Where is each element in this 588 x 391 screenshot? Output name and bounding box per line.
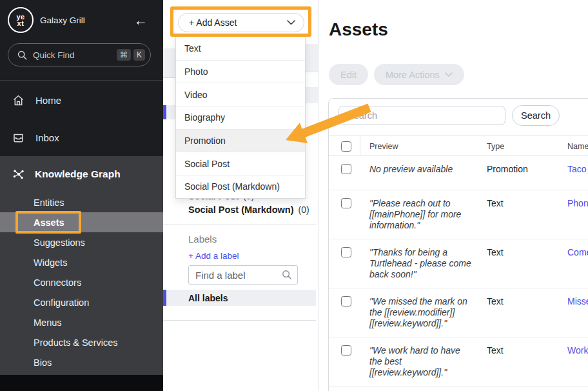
more-actions-button[interactable]: More Actions (374, 64, 464, 85)
row-checkbox[interactable] (341, 296, 351, 306)
occluded-row-sliver (305, 87, 318, 103)
asset-type: Text (478, 247, 558, 288)
asset-name-link[interactable]: Misse (558, 296, 588, 337)
sidebar-item-suggestions[interactable]: Suggestions (0, 232, 163, 252)
asset-preview: "We missed the mark on the [[review.modi… (360, 296, 478, 337)
row-checkbox[interactable] (341, 164, 351, 174)
page-title: Assets (329, 19, 388, 40)
add-asset-button[interactable]: + Add Asset (178, 13, 304, 32)
sidebar-item-label: Configuration (34, 297, 89, 308)
sidebar-item-label: Bios (34, 357, 52, 368)
search-input[interactable] (338, 106, 505, 125)
chevron-down-icon (445, 72, 453, 77)
selection-bar (163, 290, 166, 306)
sidebar-header: ye xt Galaxy Grill ← Quick Find ⌘ K (0, 0, 163, 81)
all-labels-item[interactable]: All labels (163, 290, 316, 306)
table-row: "Thanks for being a Turtlehead - please … (329, 239, 588, 288)
asset-name-link[interactable]: Work (558, 345, 588, 386)
sidebar-item-label: Inbox (35, 132, 59, 143)
sidebar-item-assets[interactable]: Assets (0, 212, 163, 232)
logo-text-bottom: xt (17, 20, 24, 26)
dropdown-item-text[interactable]: Text (176, 37, 305, 60)
sidebar-item-label: Home (35, 95, 61, 106)
sidebar-item-products-services[interactable]: Products & Services (0, 332, 163, 352)
sidebar-item-label: Menus (34, 317, 62, 328)
chevron-down-icon (287, 20, 295, 25)
table-header: Preview Type Name (329, 136, 588, 156)
assets-main-panel: Assets Edit More Actions Search Preview … (318, 0, 588, 391)
sidebar-item-label: Widgets (34, 257, 67, 268)
table-body: No preview availablePromotionTaco"Please… (329, 156, 588, 391)
search-button[interactable]: Search (512, 105, 560, 126)
row-checkbox-cell (329, 296, 360, 337)
quick-find-placeholder: Quick Find (33, 50, 114, 60)
sidebar-item-menus[interactable]: Menus (0, 312, 163, 332)
add-asset-label: + Add Asset (189, 17, 237, 28)
row-checkbox[interactable] (341, 247, 351, 257)
asset-name-link[interactable]: Phone (558, 198, 588, 239)
asset-type: Text (478, 198, 558, 239)
knowledge-graph-section: Knowledge Graph EntitiesAssetsSuggestion… (0, 156, 163, 375)
row-checkbox-cell (329, 198, 360, 239)
sidebar-item-bios[interactable]: Bios (0, 352, 163, 372)
find-label-input[interactable]: Find a label (188, 265, 298, 285)
row-checkbox-cell (329, 345, 360, 386)
sidebar-item-configuration[interactable]: Configuration (0, 292, 163, 312)
table-search-section: Search (329, 99, 588, 136)
assets-filter-panel: Social Post (0) Social Post (Markdown) (… (163, 0, 318, 391)
sidebar-item-label: Assets (34, 217, 64, 228)
dropdown-item-video[interactable]: Video (176, 83, 305, 106)
quick-find-input[interactable]: Quick Find ⌘ K (8, 43, 151, 66)
asset-type: Text (478, 345, 558, 386)
add-asset-dropdown-menu: TextPhotoVideoBiographyPromotionSocial P… (175, 36, 306, 199)
more-actions-label: More Actions (386, 70, 440, 80)
table-row: "We work hard to have the best [[review.… (329, 337, 588, 386)
sidebar: ye xt Galaxy Grill ← Quick Find ⌘ K Home… (0, 0, 163, 391)
sidebar-item-label: Entities (34, 197, 64, 208)
sidebar-item-entities[interactable]: Entities (0, 192, 163, 212)
asset-preview: No preview available (360, 164, 478, 190)
dropdown-item-promotion[interactable]: Promotion (176, 129, 305, 152)
row-checkbox[interactable] (341, 345, 351, 356)
search-icon (17, 50, 27, 60)
sidebar-item-widgets[interactable]: Widgets (0, 252, 163, 272)
add-label-link[interactable]: + Add a label (188, 251, 239, 261)
edit-button[interactable]: Edit (329, 64, 368, 85)
select-all-checkbox[interactable] (341, 141, 351, 152)
row-checkbox[interactable] (341, 198, 351, 208)
sidebar-item-connectors[interactable]: Connectors (0, 272, 163, 292)
asset-type-social-post-markdown[interactable]: Social Post (Markdown) (0) (188, 205, 309, 215)
find-label-placeholder: Find a label (195, 270, 282, 281)
select-all-cell (329, 136, 360, 156)
sidebar-item-home[interactable]: Home (0, 81, 163, 119)
k-key-badge: K (133, 49, 145, 61)
table-row: No preview availablePromotionTaco (329, 156, 588, 190)
sidebar-item-label: Products & Services (34, 337, 118, 348)
collapse-sidebar-icon[interactable]: ← (134, 13, 148, 28)
asset-preview: "Thanks for being a Turtlehead - please … (360, 247, 478, 288)
knowledge-graph-icon (12, 167, 35, 181)
table-row: "We pride ourselves on customer service … (329, 386, 588, 391)
dropdown-item-social-post-markdown-[interactable]: Social Post (Markdown) (176, 175, 305, 198)
inbox-icon (12, 131, 35, 145)
dropdown-item-social-post[interactable]: Social Post (176, 152, 305, 175)
asset-name-link[interactable]: Taco (558, 164, 588, 190)
row-checkbox-cell (329, 247, 360, 288)
sidebar-item-knowledge-graph[interactable]: Knowledge Graph (0, 156, 163, 192)
asset-preview: "Please reach out to [[mainPhone]] for m… (360, 198, 478, 239)
asset-type-label: Social Post (Markdown) (188, 205, 294, 215)
table-row: "Please reach out to [[mainPhone]] for m… (329, 190, 588, 239)
search-icon (282, 270, 292, 280)
account-name: Galaxy Grill (40, 15, 85, 25)
asset-name-link[interactable]: Come (558, 247, 588, 288)
dropdown-item-photo[interactable]: Photo (176, 60, 305, 83)
dropdown-item-biography[interactable]: Biography (176, 106, 305, 129)
yext-logo: ye xt (8, 7, 34, 33)
row-checkbox-cell (329, 164, 360, 190)
sidebar-item-label: Suggestions (34, 237, 85, 248)
occluded-row-sliver (305, 44, 318, 72)
sidebar-item-inbox[interactable]: Inbox (0, 119, 163, 156)
asset-type-count: (0) (299, 205, 309, 215)
cmd-key-badge: ⌘ (117, 49, 131, 61)
sidebar-nav: Home Inbox (0, 81, 163, 156)
